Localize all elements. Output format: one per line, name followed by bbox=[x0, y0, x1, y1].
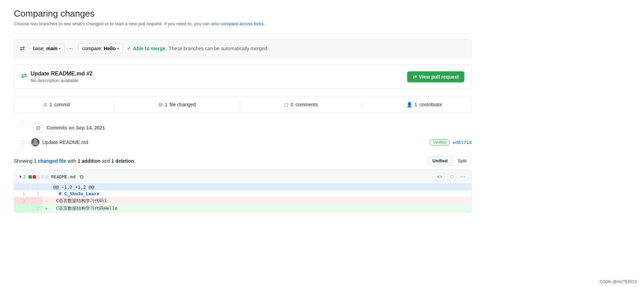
compare-branch-selector[interactable]: compare: Hello ▾ bbox=[78, 44, 123, 53]
merge-check-icon: ✓ bbox=[127, 46, 131, 51]
diff-context-row: 1 1 # C_ShuJu_Learn bbox=[14, 190, 471, 197]
commits-section: ⊟ Commits on Sep 14, 2021 Update README.… bbox=[14, 120, 472, 151]
commits-date-icon: ⊟ bbox=[33, 123, 43, 133]
compare-label: compare: bbox=[82, 46, 102, 51]
verified-badge: Verified bbox=[430, 139, 450, 145]
file-diff-header: ▼ 2 README.md ⧉ <> □ ⋯ bbox=[14, 170, 471, 184]
contributors-icon: 👤 bbox=[406, 102, 412, 107]
add-old-num bbox=[14, 205, 28, 212]
stats-bar: ⊙ 1 commit ⊟ 1 file changed ◻ 0 comments… bbox=[14, 96, 472, 113]
stat-block-gray-2 bbox=[41, 175, 44, 179]
stat-divider-2 bbox=[240, 100, 240, 109]
diff-stat-bar bbox=[28, 175, 49, 179]
comments-icon: ◻ bbox=[284, 102, 289, 107]
merge-status-bold: Able to merge. bbox=[133, 46, 167, 51]
file-count: 1 bbox=[165, 102, 168, 107]
file-name: README.md bbox=[51, 174, 76, 179]
compare-bar: ⇄ base: main ▾ ← compare: Hello ▾ ✓ Able… bbox=[14, 39, 472, 58]
pr-info: ⇄ Update README.md #2 No description ava… bbox=[21, 71, 93, 83]
pr-icon: ⇄ bbox=[21, 71, 27, 80]
diff-deletion-row: 2 - C语言数据结构学习代码1 bbox=[14, 197, 471, 205]
file-diff-header-right: <> □ ⋯ bbox=[434, 173, 467, 181]
stat-block-gray-3 bbox=[45, 175, 49, 179]
context-content: # C_ShuJu_Learn bbox=[51, 190, 471, 197]
file-label: file changed bbox=[170, 102, 196, 107]
hunk-new-num: ... bbox=[28, 184, 42, 190]
add-new-num: 2 bbox=[28, 205, 42, 212]
base-branch-selector[interactable]: base: main ▾ bbox=[29, 44, 65, 53]
commit-sha[interactable]: ed8171d bbox=[453, 140, 472, 145]
pr-description: No description available bbox=[31, 78, 93, 83]
compare-caret-icon: ▾ bbox=[117, 47, 119, 51]
stat-commits[interactable]: ⊙ 1 commit bbox=[43, 102, 70, 107]
comment-label: comments bbox=[295, 102, 318, 107]
add-content: C语言数据结构学习代码Hello bbox=[51, 205, 471, 212]
diff-table: ... ... @@ -1,2 +1,2 @@ 1 1 # C_ShuJu_Le… bbox=[14, 184, 471, 212]
pr-box: ⇄ Update README.md #2 No description ava… bbox=[14, 65, 472, 89]
more-options-button[interactable]: ⋯ bbox=[459, 173, 467, 181]
file-stat-num: 2 bbox=[23, 174, 26, 179]
compare-forks-link[interactable]: compare across forks. bbox=[221, 21, 265, 26]
diff-addition-row: 2 + C语言数据结构学习代码Hello bbox=[14, 205, 471, 212]
commits-icon: ⊙ bbox=[43, 102, 48, 107]
pr-details: Update README.md #2 No description avail… bbox=[31, 71, 93, 83]
merge-status: ✓ Able to merge. These branches can be a… bbox=[127, 46, 268, 51]
file-diff: ▼ 2 README.md ⧉ <> □ ⋯ bbox=[14, 170, 472, 213]
diff-summary: Showing 1 changed file with 1 addition a… bbox=[14, 158, 135, 164]
files-icon: ⊟ bbox=[158, 102, 163, 107]
stat-block-gray-1 bbox=[37, 175, 40, 179]
stat-block-red bbox=[33, 175, 36, 179]
hunk-sign bbox=[42, 184, 50, 190]
context-old-num: 1 bbox=[14, 190, 28, 197]
unified-view-button[interactable]: Unified bbox=[428, 156, 453, 165]
stat-files[interactable]: ⊟ 1 file changed bbox=[158, 102, 196, 107]
split-view-button[interactable]: Split bbox=[453, 156, 471, 165]
page-subtitle: Choose two branches to see what's change… bbox=[14, 21, 472, 26]
diff-view-toggle: Unified Split bbox=[427, 156, 472, 165]
contributor-count: 1 bbox=[414, 102, 417, 107]
commit-count: 1 bbox=[50, 102, 52, 107]
collapse-chevron-icon: ▼ bbox=[18, 174, 23, 179]
commit-avatar bbox=[31, 138, 40, 146]
diff-changed-link[interactable]: 1 changed file bbox=[34, 158, 66, 164]
compare-branch-name: Hello bbox=[104, 46, 115, 51]
direction-arrow-icon: ← bbox=[69, 45, 74, 52]
pr-title: Update README.md #2 bbox=[31, 71, 93, 77]
commit-message[interactable]: Update README.md bbox=[42, 140, 427, 145]
stat-comments[interactable]: ◻ 0 comments bbox=[284, 102, 318, 107]
contributor-label: contributor bbox=[419, 102, 442, 107]
stat-block-green bbox=[28, 175, 32, 179]
del-sign: - bbox=[42, 197, 50, 205]
file-collapse-button[interactable]: ▼ 2 bbox=[18, 174, 26, 179]
view-pr-btn-icon: ⇄ bbox=[413, 74, 417, 80]
commit-dot bbox=[20, 140, 25, 144]
view-pull-request-button[interactable]: ⇄ View pull request bbox=[407, 71, 464, 82]
del-new-num bbox=[28, 197, 42, 205]
stat-contributors[interactable]: 👤 1 contributor bbox=[406, 102, 442, 107]
add-sign: + bbox=[42, 205, 50, 212]
base-caret-icon: ▾ bbox=[59, 47, 61, 51]
context-new-num: 1 bbox=[28, 190, 42, 197]
base-label: base: bbox=[33, 46, 45, 51]
copy-file-path-button[interactable]: ⧉ bbox=[78, 173, 85, 181]
context-sign bbox=[42, 190, 50, 197]
stat-divider-1 bbox=[114, 100, 114, 109]
merge-status-description: These branches can be automatically merg… bbox=[169, 46, 268, 51]
stat-divider-3 bbox=[362, 100, 362, 109]
commits-date: Commits on Sep 14, 2021 bbox=[46, 125, 105, 131]
del-content: C语言数据结构学习代码1 bbox=[51, 197, 471, 205]
compare-arrows-icon: ⇄ bbox=[20, 45, 25, 52]
base-branch-name: main bbox=[46, 46, 58, 51]
view-code-button[interactable]: <> bbox=[434, 173, 445, 181]
view-file-button[interactable]: □ bbox=[448, 173, 456, 181]
hunk-content: @@ -1,2 +1,2 @@ bbox=[51, 184, 471, 190]
commit-label: commit bbox=[54, 102, 70, 107]
hunk-old-num: ... bbox=[14, 184, 28, 190]
comment-count: 0 bbox=[291, 102, 293, 107]
del-old-num: 2 bbox=[14, 197, 28, 205]
diff-header: Showing 1 changed file with 1 addition a… bbox=[14, 156, 472, 165]
page-title: Comparing changes bbox=[14, 8, 472, 19]
file-diff-header-left: ▼ 2 README.md ⧉ bbox=[18, 173, 85, 181]
diff-hunk-row: ... ... @@ -1,2 +1,2 @@ bbox=[14, 184, 471, 190]
divider-top bbox=[14, 33, 472, 34]
